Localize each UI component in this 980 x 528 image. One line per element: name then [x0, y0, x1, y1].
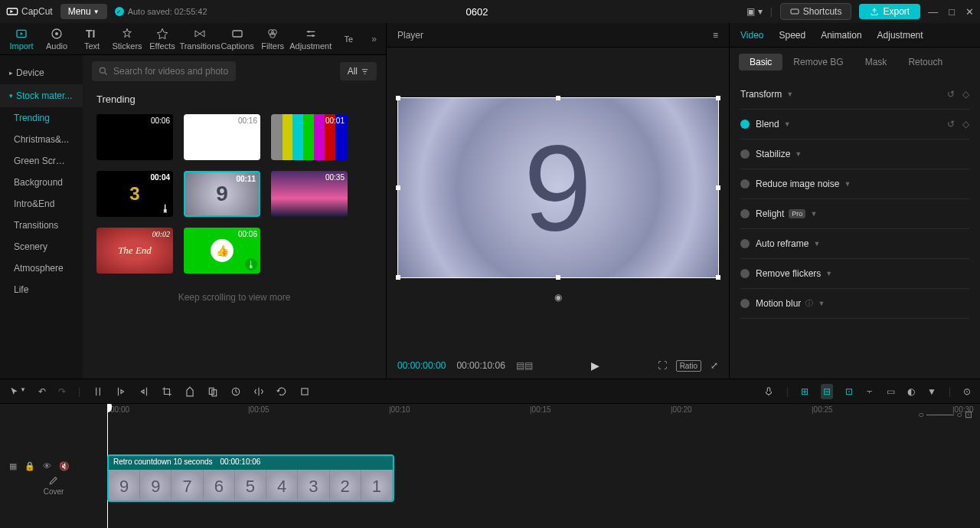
tl-layers-icon[interactable]: ▦	[9, 461, 17, 471]
tab-audio[interactable]: Audio	[40, 25, 74, 53]
resize-handle[interactable]	[396, 275, 400, 280]
rtab-animation[interactable]: Animation	[821, 30, 861, 41]
trim-left-tool[interactable]	[116, 386, 126, 397]
clip-item[interactable]: The End00:02	[96, 228, 173, 274]
subtab-removebg[interactable]: Remove BG	[782, 54, 854, 71]
link-tool[interactable]: ⊟	[821, 384, 833, 399]
reset-icon[interactable]: ↺	[947, 119, 955, 130]
compare-icon[interactable]: ▤▤	[516, 360, 533, 371]
redo-button[interactable]: ↷	[58, 386, 66, 397]
rtab-video[interactable]: Video	[740, 30, 763, 41]
align-tool[interactable]: ⫟	[865, 386, 874, 397]
prop-remove-flickers[interactable]: Remove flickers▼	[740, 259, 969, 289]
timeline-ruler[interactable]: 00:00 |00:05 |00:10 |00:15 |00:20 |00:25…	[107, 404, 980, 418]
clip-item[interactable]: 00:06	[96, 114, 173, 160]
crop-tool-2[interactable]	[299, 386, 310, 397]
shortcuts-button[interactable]: Shortcuts	[780, 3, 852, 20]
player-menu-icon[interactable]: ≡	[713, 30, 718, 41]
clip-item[interactable]: 00:16	[184, 114, 260, 160]
tl-mute-icon[interactable]: 🔇	[59, 461, 70, 471]
more-tabs-button[interactable]: »	[367, 34, 381, 44]
cat-transitions[interactable]: Transitions	[0, 215, 83, 236]
menu-button[interactable]: Menu ▼	[60, 4, 107, 19]
tab-transitions[interactable]: Transitions	[181, 25, 219, 53]
play-button[interactable]: ▶	[591, 359, 599, 372]
tab-effects[interactable]: Effects	[145, 25, 179, 53]
subtab-basic[interactable]: Basic	[739, 54, 782, 71]
filter-button[interactable]: All	[340, 62, 377, 80]
cover-button[interactable]: Cover	[0, 475, 107, 496]
cat-life[interactable]: Life	[0, 279, 83, 300]
clip-item-selected[interactable]: 900:11	[184, 171, 260, 217]
checkbox-off[interactable]	[740, 179, 750, 189]
prop-stabilize[interactable]: Stabilize▼	[740, 139, 969, 169]
resize-handle[interactable]	[716, 275, 720, 280]
split-tool[interactable]	[93, 386, 103, 397]
minimize-button[interactable]: —	[928, 6, 938, 18]
download-icon[interactable]: ⭳	[245, 258, 257, 271]
resize-handle[interactable]	[556, 96, 560, 100]
prop-blend[interactable]: Blend▼↺◇	[740, 110, 969, 139]
download-icon[interactable]: ⭳	[161, 203, 170, 214]
tab-captions[interactable]: Captions	[220, 25, 254, 53]
resize-handle[interactable]	[396, 185, 400, 190]
resize-handle[interactable]	[716, 96, 720, 100]
prop-transform[interactable]: Transform▼↺◇	[740, 80, 969, 110]
checkbox-off[interactable]	[740, 149, 750, 159]
fullscreen-icon[interactable]: ⤢	[710, 360, 718, 371]
cat-background[interactable]: Background	[0, 172, 83, 193]
clip-item[interactable]: 👍00:06⭳	[184, 228, 260, 274]
cat-introend[interactable]: Intro&End	[0, 193, 83, 215]
toggle-tool[interactable]: ◐	[907, 386, 915, 397]
clip-item[interactable]: 00:35	[271, 171, 348, 217]
tl-lock-icon[interactable]: 🔒	[24, 461, 35, 471]
timeline-tracks[interactable]: 00:00 |00:05 |00:10 |00:15 |00:20 |00:25…	[107, 404, 980, 528]
tab-text[interactable]: TIText	[75, 25, 109, 53]
timeline-clip[interactable]: Retro countdown 10 seconds00:00:10:06 99…	[107, 454, 394, 502]
cat-trending[interactable]: Trending	[0, 107, 83, 129]
snap-tool[interactable]: ⊡	[845, 386, 853, 397]
prop-motion-blur[interactable]: Motion blurⓘ▼	[740, 289, 969, 319]
cat-scenery[interactable]: Scenery	[0, 236, 83, 257]
sidebar-stock[interactable]: ▾Stock mater...	[0, 84, 83, 107]
rtab-adjustment[interactable]: Adjustment	[877, 30, 923, 41]
cat-greenscreen[interactable]: Green Screen	[0, 150, 83, 172]
settings-tool[interactable]: ⊙	[963, 386, 971, 397]
maximize-button[interactable]: □	[949, 6, 955, 18]
prop-auto-reframe[interactable]: Auto reframe▼	[740, 229, 969, 259]
timeline-zoom[interactable]: ○ ——— ○ ⊡	[919, 409, 973, 420]
marker-tool-2[interactable]: ▼	[927, 386, 936, 397]
reverse-tool[interactable]	[230, 386, 241, 397]
tab-filters[interactable]: Filters	[256, 25, 289, 53]
checkbox-off[interactable]	[740, 269, 750, 278]
prop-reduce-noise[interactable]: Reduce image noise▼	[740, 169, 969, 199]
rotate-tool[interactable]	[276, 386, 287, 397]
trim-right-tool[interactable]	[139, 386, 149, 397]
resize-handle[interactable]	[396, 96, 400, 100]
tab-stickers[interactable]: Stickers	[110, 25, 144, 53]
sidebar-device[interactable]: ▸Device	[0, 61, 83, 84]
checkbox-off[interactable]	[740, 239, 750, 248]
search-input[interactable]	[92, 61, 236, 81]
preview-tool[interactable]: ▭	[887, 386, 895, 397]
tab-templates[interactable]: Te	[332, 32, 365, 46]
select-tool[interactable]: ▼	[9, 386, 26, 397]
duplicate-tool[interactable]	[207, 386, 218, 397]
resize-handle[interactable]	[556, 275, 560, 280]
subtab-mask[interactable]: Mask	[854, 54, 898, 71]
rotate-handle[interactable]: ◉	[554, 292, 562, 303]
clip-item[interactable]: 00:01	[271, 114, 348, 160]
undo-button[interactable]: ↶	[38, 386, 46, 397]
crop-tool[interactable]	[162, 386, 172, 397]
magnet-tool[interactable]: ⊞	[801, 386, 808, 397]
resize-handle[interactable]	[716, 185, 720, 190]
reset-icon[interactable]: ↺	[947, 89, 955, 100]
tl-eye-icon[interactable]: 👁	[43, 461, 51, 471]
checkbox-off[interactable]	[740, 299, 750, 308]
checkbox-on[interactable]	[740, 120, 750, 129]
close-button[interactable]: ✕	[965, 6, 974, 18]
mic-tool[interactable]	[763, 386, 774, 397]
mirror-tool[interactable]	[253, 386, 264, 397]
keyframe-icon[interactable]: ◇	[962, 119, 969, 130]
layout-icon[interactable]: ▣ ▾	[746, 6, 762, 17]
